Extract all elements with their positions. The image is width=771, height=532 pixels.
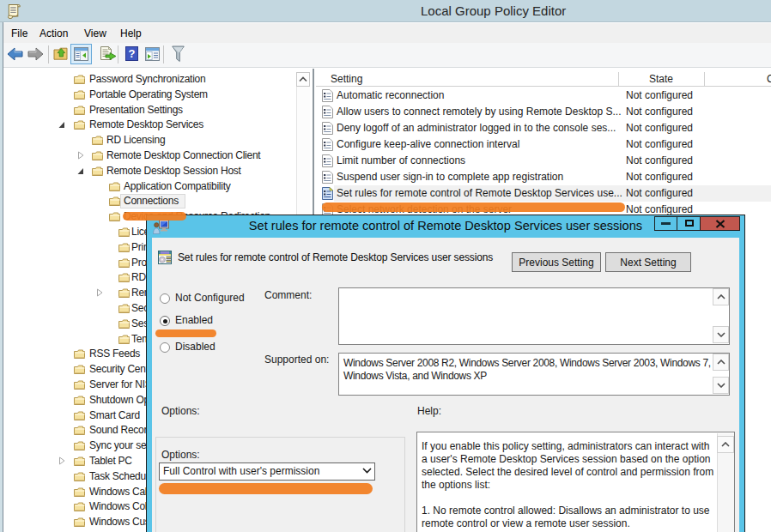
svg-text:?: ? [129, 47, 136, 60]
